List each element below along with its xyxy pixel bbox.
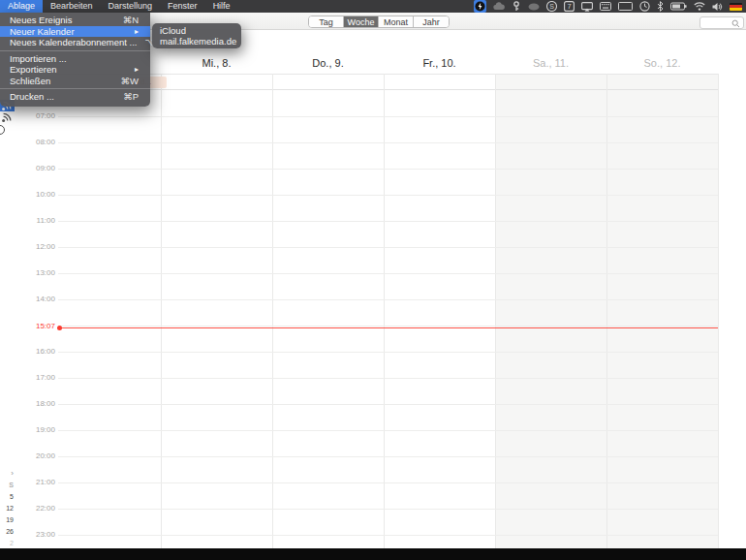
bottom-screen-strip — [0, 548, 746, 560]
mini-calendar-column: › S512192629 — [0, 468, 14, 560]
mini-calendar-date[interactable]: 26 — [0, 526, 14, 538]
weekend-shading-saturday — [495, 75, 606, 548]
hour-line — [58, 326, 718, 327]
skype-icon[interactable]: S — [546, 1, 557, 12]
time-label: 08:00 — [0, 129, 55, 155]
menu-separator — [0, 50, 150, 51]
current-time-label: 15:07 — [0, 322, 55, 330]
mini-calendar-date[interactable]: 5 — [0, 491, 14, 503]
submenu-item-icloud[interactable]: iCloud — [152, 25, 241, 36]
time-label: 14:00 — [0, 286, 55, 312]
time-label: 12:00 — [0, 233, 55, 260]
column-border — [718, 74, 719, 548]
menu-item-drucken[interactable]: Drucken ... ⌘P — [0, 91, 150, 103]
time-label: 09:00 — [0, 155, 55, 181]
svg-text:S: S — [549, 3, 554, 10]
current-time-dot — [57, 326, 62, 330]
mini-calendar-date[interactable]: S — [0, 480, 14, 491]
key-icon[interactable] — [512, 1, 521, 12]
mini-calendar-date[interactable]: 12 — [0, 503, 14, 514]
calendar-app-screen: 07:0008:0009:0010:0011:0012:0013:0014:00… — [0, 0, 746, 560]
time-label: 18:00 — [0, 390, 55, 417]
menubar-item-darstellung[interactable]: Darstellung — [101, 0, 161, 13]
weekend-shading-sunday — [606, 75, 718, 548]
submenu-arrow-icon: ▸ — [135, 64, 139, 76]
hour-line — [58, 221, 718, 222]
mini-calendar-next-icon[interactable]: › — [0, 468, 14, 480]
wifi-icon[interactable] — [694, 2, 705, 11]
day-header-thursday[interactable]: Do., 9. — [272, 56, 384, 70]
column-border — [495, 74, 496, 548]
bluetooth-icon[interactable] — [657, 1, 664, 12]
menubar-item-bearbeiten[interactable]: Bearbeiten — [43, 0, 101, 13]
input-box-icon[interactable] — [618, 2, 633, 11]
german-flag-icon[interactable] — [730, 3, 742, 11]
hour-line — [58, 378, 718, 379]
airplay-display-icon[interactable] — [581, 2, 593, 12]
menu-item-exportieren[interactable]: Exportieren ▸ — [0, 64, 150, 76]
view-switcher: Tag Woche Monat Jahr — [308, 16, 450, 28]
current-time-line — [58, 327, 718, 328]
menu-item-importieren[interactable]: Importieren ... — [0, 53, 150, 65]
battery-icon[interactable] — [670, 2, 687, 11]
time-label: 19:00 — [0, 417, 55, 443]
hour-line — [58, 142, 718, 143]
column-border — [606, 74, 607, 548]
search-input[interactable] — [699, 16, 744, 29]
volume-icon[interactable] — [712, 2, 723, 12]
svg-text:7: 7 — [567, 2, 571, 11]
time-machine-clock-icon[interactable] — [639, 1, 650, 12]
menu-item-neues-ereignis[interactable]: Neues Ereignis ⌘N — [0, 15, 150, 26]
menubar-item-fenster[interactable]: Fenster — [160, 0, 205, 13]
system-menubar: Ablage Bearbeiten Darstellung Fenster Hi… — [0, 0, 746, 13]
shortcut-label: ⌘P — [123, 91, 139, 103]
tab-day[interactable]: Tag — [309, 16, 344, 27]
day-header-wednesday[interactable]: Mi., 8. — [161, 56, 272, 70]
day-header-saturday[interactable]: Sa., 11. — [495, 56, 606, 70]
subscription-broadcast-icon — [1, 112, 13, 123]
menu-item-neues-kalenderabonnement[interactable]: Neues Kalenderabonnement ... ⌥⌘S — [0, 37, 150, 48]
cloud-icon[interactable] — [493, 2, 505, 11]
column-border — [272, 74, 273, 548]
menu-item-schliessen[interactable]: Schließen ⌘W — [0, 76, 150, 87]
time-label: 17:00 — [0, 364, 55, 390]
hour-line — [58, 273, 718, 274]
time-label: 13:00 — [0, 260, 55, 286]
day-header-friday[interactable]: Fr., 10. — [384, 56, 495, 70]
tab-month[interactable]: Monat — [379, 16, 414, 27]
menubar-item-hilfe[interactable]: Hilfe — [205, 0, 238, 13]
hour-line — [58, 430, 718, 431]
time-label: 10:00 — [0, 181, 55, 207]
search-icon — [731, 19, 740, 28]
menubar-item-ablage[interactable]: Ablage — [0, 0, 43, 13]
shortcut-label: ⌘W — [121, 76, 139, 87]
flash-circle-icon[interactable] — [474, 0, 486, 13]
mini-calendar-date[interactable]: 19 — [0, 514, 14, 526]
shortcut-label: ⌘N — [123, 15, 139, 26]
time-label: 11:00 — [0, 207, 55, 233]
neuer-kalender-submenu: iCloud mail.falkemedia.de — [152, 23, 241, 48]
submenu-arrow-icon: ▸ — [135, 26, 139, 38]
hour-line — [58, 535, 718, 536]
keyboard-icon[interactable] — [600, 2, 611, 11]
sidebar-calendar-item[interactable] — [0, 111, 15, 123]
hour-line — [58, 456, 718, 457]
menubar-status-area: S 7 — [474, 0, 742, 13]
submenu-item-falkemedia[interactable]: mail.falkemedia.de — [152, 36, 241, 47]
hour-line — [58, 509, 718, 510]
tab-week[interactable]: Woche — [344, 16, 379, 27]
calendar-day-icon[interactable]: 7 — [564, 1, 575, 12]
time-label: 20:00 — [0, 443, 55, 469]
column-border — [161, 74, 162, 548]
hour-line — [58, 404, 718, 405]
menu-item-neuer-kalender[interactable]: Neuer Kalender ▸ — [0, 26, 150, 38]
day-header-sunday[interactable]: So., 12. — [606, 56, 718, 70]
hour-line — [58, 299, 718, 300]
hour-line — [58, 247, 718, 248]
hour-line — [58, 482, 718, 483]
oval-icon[interactable] — [528, 3, 540, 11]
hour-line — [58, 116, 718, 117]
hour-line — [58, 169, 718, 170]
time-label: 16:00 — [0, 338, 55, 364]
tab-year[interactable]: Jahr — [414, 16, 449, 27]
